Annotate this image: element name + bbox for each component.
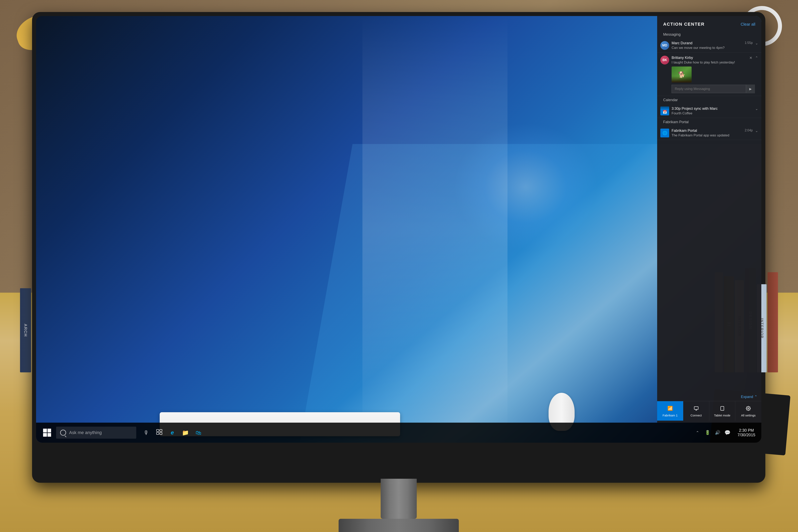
search-bar[interactable]: Ask me anything [56,426,136,439]
brittany-reply-row: ► [671,84,755,93]
systray-volume-icon[interactable]: 🔊 [714,429,721,437]
brittany-notification[interactable]: BK Brittany Kirby I taught Duke how to p… [657,53,761,96]
calendar-section-label: Calendar [657,96,761,104]
fabrikam-name: Fabrikam Portal [671,129,742,133]
quick-actions-section: Expand ⌃ 📶 Fabrikam 1 [657,393,761,423]
battery-status-icon: 🔋 [705,430,710,435]
monitor-stand-base [339,519,459,532]
taskbar-folder-icon[interactable]: 📁 [179,426,191,440]
taskbar: Ask me anything 🎙 [36,423,761,443]
taskbar-taskview-icon[interactable] [153,426,165,440]
expand-chevron-icon: ⌃ [754,395,757,399]
volume-icon: 🔊 [715,430,720,435]
marc-text: Can we move our meeting to 4pm? [671,46,742,50]
tile-tablet-mode[interactable]: Tablet mode [709,401,735,421]
search-icon [60,430,66,436]
quick-action-tiles: 📶 Fabrikam 1 Connect [657,401,761,421]
wifi-icon: 📶 [667,405,674,412]
tablet-icon [719,405,726,412]
svg-point-3 [748,408,749,409]
monitor-stand-neck [381,479,417,519]
calendar-chevron-icon[interactable]: ⌄ [755,107,758,111]
tile-all-settings[interactable]: All settings [735,401,761,421]
marc-name: Marc Durand [671,41,742,45]
fabrikam-icon: 🌐 [660,129,669,137]
taskbar-app-icons: 🎙 e [140,426,204,440]
systray-notification-icon[interactable]: 💬 [723,429,732,437]
screen: ACTION CENTER Clear all Messaging MD Mar… [36,16,761,443]
fabrikam-chevron-icon[interactable]: ⌄ [755,129,758,133]
messaging-section-label: Messaging [657,31,761,38]
calendar-notification[interactable]: 📅 3:30p Project sync with Marc Fourth Co… [657,104,761,118]
action-center-icon: 💬 [724,430,730,435]
task-view-icon [156,429,162,436]
brittany-reply-input[interactable] [671,85,746,93]
fabrikam-time: 2:04p [745,129,753,132]
marc-notif-row: MD Marc Durand Can we move our meeting t… [660,41,758,50]
search-placeholder: Ask me anything [69,430,102,435]
tile-tablet-label: Tablet mode [714,414,730,417]
brittany-reply-send-button[interactable]: ► [746,84,755,93]
marc-avatar: MD [660,41,669,50]
taskbar-mic-icon[interactable]: 🎙 [140,426,152,440]
brittany-dog-image [671,66,691,82]
marc-content: Marc Durand Can we move our meeting to 4… [671,41,742,50]
fabrikam-content: Fabrikam Portal The Fabrikam Portal app … [671,129,742,137]
edge-browser-icon: e [171,430,174,436]
expand-row: Expand ⌃ [657,393,761,401]
svg-rect-6 [156,433,159,434]
brittany-close-icon[interactable]: ✕ [749,56,752,60]
calendar-icon-top [660,107,669,109]
brittany-notif-row: BK Brittany Kirby I taught Duke how to p… [660,56,758,64]
start-icon [43,429,51,437]
tile-connect-label: Connect [690,414,702,417]
tile-fabrikam[interactable]: 📶 Fabrikam 1 [657,401,683,421]
wallpaper-lights [36,16,761,443]
brittany-content: Brittany Kirby I taught Duke how to play… [671,56,758,64]
clock-date: 7/30/2015 [738,433,755,437]
calendar-icon-body: 📅 [663,109,667,115]
tile-settings-label: All settings [741,414,756,417]
chevron-up-icon: ⌃ [696,430,699,435]
start-icon-tr [48,429,51,433]
connect-icon [692,405,700,412]
systray-chevron-button[interactable]: ⌃ [694,429,701,437]
systray-icons: ⌃ 🔋 🔊 💬 [694,429,732,437]
brittany-text: I taught Duke how to play fetch yesterda… [671,60,758,64]
action-center-panel: ACTION CENTER Clear all Messaging MD Mar… [657,16,761,423]
system-tray: ⌃ 🔋 🔊 💬 2:30 PM 7/ [694,428,757,437]
taskbar-edge-icon[interactable]: e [166,426,178,440]
start-icon-br [48,433,51,437]
windows-store-icon: 🛍 [195,430,201,436]
clock-time: 2:30 PM [739,428,754,433]
calendar-notif-row: 📅 3:30p Project sync with Marc Fourth Co… [660,107,758,115]
marc-notification[interactable]: MD Marc Durand Can we move our meeting t… [657,39,761,53]
calendar-icon: 📅 [660,107,669,115]
start-icon-tl [43,429,47,433]
svg-rect-1 [721,406,724,411]
brittany-avatar: BK [660,56,669,64]
taskbar-store-icon[interactable]: 🛍 [192,426,204,440]
marc-chevron-icon[interactable]: ⌄ [755,41,758,45]
start-icon-bl [43,433,47,437]
calendar-event-name: 3:30p Project sync with Marc [671,107,753,111]
settings-icon [745,405,752,412]
clear-all-button[interactable]: Clear all [741,22,755,27]
svg-rect-0 [694,406,698,410]
book-architecture: ARCH [20,288,31,372]
expand-button[interactable]: Expand ⌃ [741,395,757,399]
clock[interactable]: 2:30 PM 7/30/2015 [736,428,757,437]
action-center-header: ACTION CENTER Clear all [657,16,761,31]
fabrikam-notification[interactable]: 🌐 Fabrikam Portal The Fabrikam Portal ap… [657,126,761,140]
calendar-event-location: Fourth Coffee [671,111,753,115]
fabrikam-notif-row: 🌐 Fabrikam Portal The Fabrikam Portal ap… [660,129,758,137]
svg-rect-4 [156,430,159,432]
start-button[interactable] [40,426,54,440]
brittany-expand-icon[interactable]: ⌃ [755,56,758,60]
tile-connect[interactable]: Connect [683,401,709,421]
microphone-icon: 🎙 [144,430,149,436]
book-right-5 [767,272,778,372]
marc-time: 1:55p [745,41,753,45]
expand-label: Expand [741,395,753,399]
systray-battery-icon[interactable]: 🔋 [703,429,711,437]
